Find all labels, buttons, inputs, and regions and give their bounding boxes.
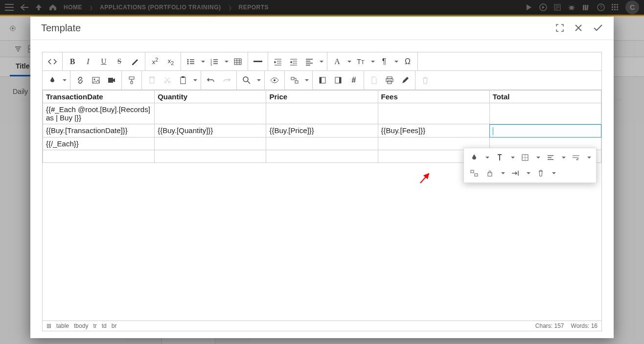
modal-overlay [0, 0, 644, 16]
